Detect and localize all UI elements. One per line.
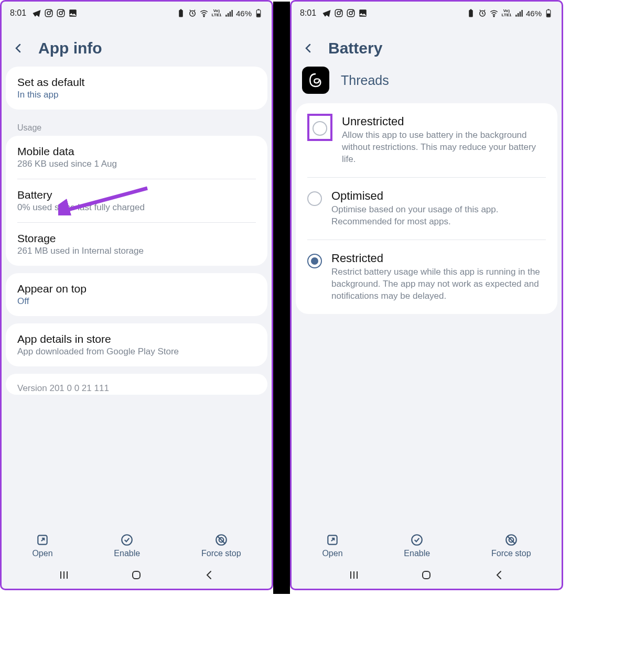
action-label: Open — [32, 549, 52, 558]
option-restricted[interactable]: Restricted Restrict battery usage while … — [296, 240, 557, 314]
svg-rect-16 — [258, 9, 260, 10]
svg-point-10 — [203, 16, 205, 17]
radio-icon[interactable] — [307, 254, 322, 268]
telegram-icon — [322, 8, 331, 18]
enable-icon — [410, 533, 424, 547]
row-title: Set as default — [17, 76, 256, 89]
action-force-stop[interactable]: Force stop — [201, 533, 241, 558]
action-enable[interactable]: Enable — [404, 533, 430, 558]
wifi-icon — [489, 8, 499, 18]
nav-back-icon[interactable] — [203, 569, 216, 581]
back-icon[interactable] — [302, 42, 315, 55]
alarm-icon — [188, 8, 197, 18]
app-name: Threads — [341, 73, 389, 88]
nav-home-icon[interactable] — [130, 569, 143, 581]
svg-rect-40 — [520, 12, 521, 17]
row-title: Storage — [17, 232, 256, 245]
svg-point-31 — [349, 12, 352, 15]
action-label: Enable — [114, 549, 140, 558]
battery-icon — [544, 8, 553, 18]
instagram-icon-2 — [346, 8, 356, 18]
option-desc: Restrict battery usage while this app is… — [331, 266, 546, 302]
row-sub: 261 MB used in Internal storage — [17, 246, 256, 256]
action-label: Enable — [404, 549, 430, 558]
nav-recents-icon[interactable] — [348, 569, 360, 581]
row-title: App details in store — [17, 333, 256, 345]
annotation-highlight — [307, 114, 332, 141]
row-appear-on-top[interactable]: Appear on top Off — [6, 273, 267, 316]
radio-icon[interactable] — [307, 191, 322, 206]
option-unrestricted[interactable]: Unrestricted Allow this app to use batte… — [296, 103, 557, 177]
gallery-icon — [358, 8, 368, 18]
svg-point-5 — [63, 10, 64, 12]
action-force-stop[interactable]: Force stop — [491, 533, 531, 558]
telegram-icon — [32, 8, 41, 18]
nav-bar — [292, 561, 562, 589]
nav-home-icon[interactable] — [420, 569, 433, 581]
row-mobile-data[interactable]: Mobile data 286 KB used since 1 Aug — [6, 136, 267, 179]
bottom-actions: Open Enable Force stop — [2, 529, 272, 561]
force-stop-icon — [504, 533, 518, 547]
svg-point-37 — [493, 16, 494, 17]
phone-right: 8:01 Vo)LTE1 46% Battery Threads — [290, 0, 563, 590]
svg-rect-52 — [423, 571, 430, 579]
option-title: Restricted — [331, 252, 546, 265]
svg-rect-43 — [548, 9, 550, 10]
row-sub: Off — [17, 296, 256, 307]
nav-recents-icon[interactable] — [58, 569, 70, 581]
svg-point-29 — [341, 10, 342, 12]
svg-rect-44 — [547, 14, 550, 17]
page-title: Battery — [328, 39, 382, 57]
signal-icon — [224, 8, 234, 18]
svg-rect-13 — [230, 12, 231, 17]
svg-point-28 — [337, 12, 340, 15]
row-sub: 286 KB used since 1 Aug — [17, 159, 256, 169]
clock: 8:01 — [300, 8, 316, 18]
battery-saver-icon — [176, 8, 186, 18]
battery-saver-icon — [466, 8, 476, 18]
svg-rect-11 — [225, 15, 227, 17]
row-set-default[interactable]: Set as default In this app — [6, 67, 267, 110]
svg-point-46 — [412, 535, 423, 545]
option-desc: Allow this app to use battery in the bac… — [342, 129, 546, 166]
battery-percent: 46% — [526, 9, 542, 18]
open-icon — [36, 533, 49, 547]
bottom-actions: Open Enable Force stop — [292, 529, 562, 561]
app-header: Threads — [292, 67, 562, 103]
clock: 8:01 — [10, 8, 26, 18]
action-open[interactable]: Open — [322, 533, 342, 558]
radio-icon[interactable] — [313, 121, 327, 136]
svg-rect-34 — [469, 10, 473, 17]
alarm-icon — [478, 8, 487, 18]
threads-app-icon — [302, 67, 329, 94]
instagram-icon — [334, 8, 343, 18]
header: App info — [2, 25, 272, 67]
back-icon[interactable] — [12, 42, 25, 55]
row-storage[interactable]: Storage 261 MB used in Internal storage — [6, 223, 267, 266]
card-default: Set as default In this app — [6, 67, 267, 110]
svg-point-32 — [353, 10, 354, 12]
open-icon — [326, 533, 339, 547]
section-label-usage: Usage — [6, 117, 267, 136]
svg-rect-41 — [521, 10, 522, 17]
svg-rect-26 — [133, 571, 140, 579]
option-title: Optimised — [331, 189, 546, 203]
row-sub: In this app — [17, 90, 256, 100]
svg-rect-8 — [180, 9, 181, 10]
svg-rect-38 — [515, 15, 516, 17]
instagram-icon-2 — [56, 8, 66, 18]
option-optimised[interactable]: Optimised Optimise based on your usage o… — [296, 178, 557, 240]
card-usage: Mobile data 286 KB used since 1 Aug Batt… — [6, 136, 267, 266]
svg-rect-14 — [231, 10, 232, 17]
row-app-details[interactable]: App details in store App downloaded from… — [6, 323, 267, 366]
svg-rect-7 — [179, 10, 183, 17]
status-bar: 8:01 Vo)LTE1 46% — [292, 2, 562, 25]
action-enable[interactable]: Enable — [114, 533, 140, 558]
enable-icon — [120, 533, 134, 547]
action-open[interactable]: Open — [32, 533, 52, 558]
status-bar: 8:01 Vo)LTE1 46% — [2, 2, 272, 25]
row-battery[interactable]: Battery 0% used since last fully charged — [6, 179, 267, 222]
force-stop-icon — [214, 533, 228, 547]
nav-back-icon[interactable] — [493, 569, 505, 581]
action-label: Force stop — [201, 549, 241, 558]
